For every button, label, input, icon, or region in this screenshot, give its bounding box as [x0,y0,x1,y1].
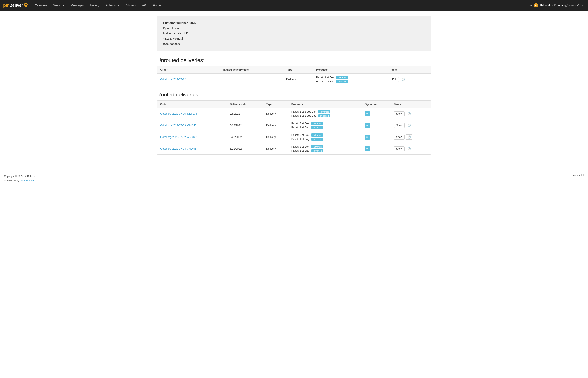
routed-tools-1: Show 🕐 [394,123,428,128]
unrouted-title: Unrouted deliveries: [157,57,431,64]
followup-dropdown-arrow: ▾ [118,4,119,7]
routed-row-1-products: Paket: 3 st Box In transit Paket: 1 st B… [289,120,362,131]
nav-messages[interactable]: Messages [68,2,87,9]
brand-logo[interactable]: pinDeliver [3,3,28,8]
routed-row-0-date: 7/5/2022 [227,108,263,120]
routed-order-link-0[interactable]: Göteborg-2022-07-05 [160,112,186,115]
unrouted-table: Order Planned delivery date Type Product… [157,66,431,85]
signature-pencil-button-1[interactable]: ✏ [365,123,370,128]
footer-developed-text: Developed by [4,179,20,182]
routed-col-delivery-date: Delivery date [227,101,263,108]
nav-followup[interactable]: Followup ▾ [103,2,122,9]
footer-developed: Developed by pinDeliver AB [4,179,35,183]
nav-history[interactable]: History [87,2,102,9]
nav-search[interactable]: Search ▾ [51,2,67,9]
routed-order-suffix-1: : GHI345 [186,124,196,127]
routed-product-0-0-status: In transit [318,110,330,113]
routed-show-button-3[interactable]: Show [394,146,405,151]
unrouted-product-0-1: Paket: 1 st Bag In transit [316,80,384,83]
routed-row-2-tools: Show 🕐 [391,131,431,143]
signature-pencil-button-0[interactable]: ✏ [365,111,370,116]
nav-guide[interactable]: Guide [150,2,164,9]
routed-clock-button-2[interactable]: 🕐 [406,135,412,140]
search-dropdown-arrow: ▾ [63,4,64,7]
unrouted-clock-button-0[interactable]: 🕐 [400,77,407,82]
nav-admin[interactable]: Admin ▾ [123,2,139,9]
routed-row-0-order: Göteborg-2022-07-05: DEF234 [157,108,227,120]
footer-developed-link[interactable]: pinDeliver AB [20,179,35,182]
routed-clock-button-3[interactable]: 🕐 [406,146,412,151]
routed-clock-button-0[interactable]: 🕐 [406,111,412,116]
routed-order-suffix-0: : DEF234 [186,112,197,115]
routed-table-header: Order Delivery date Type Products Signat… [157,101,431,108]
signature-pencil-button-2[interactable]: ✏ [365,135,370,140]
unrouted-table-wrapper: Order Planned delivery date Type Product… [157,66,431,85]
footer-copyright: Copyright © 2022 pinDeliver [4,174,35,179]
customer-number-label: Customer number: [163,21,189,25]
routed-show-button-1[interactable]: Show [394,123,405,128]
routed-row-1-tools: Show 🕐 [391,120,431,131]
routed-product-1-1: Paket: 1 st Bag In transit [291,126,359,129]
routed-order-link-3[interactable]: Göteborg-2022-07-04 [160,147,186,150]
signature-pencil-button-3[interactable]: ✏ [365,146,370,151]
routed-row-2-type: Delivery [263,131,289,143]
routed-order-link-2[interactable]: Göteborg-2022-07-02 [160,135,186,138]
unrouted-col-type: Type [283,66,313,74]
routed-col-products: Products [289,101,362,108]
routed-product-2-0-status: In transit [311,134,323,137]
nav-overview[interactable]: Overview [32,2,50,9]
unrouted-row-0-type: Delivery [283,74,313,85]
routed-product-1-0: Paket: 3 st Box In transit [291,122,359,125]
routed-row-1-date: 6/22/2022 [227,120,263,131]
routed-clock-button-1[interactable]: 🕐 [406,123,412,128]
location-pin-icon [24,3,28,8]
nav-user: Education Company, VeronicaCross [540,4,585,7]
routed-product-1-0-status: In transit [311,122,323,125]
routed-row-2: Göteborg-2022-07-02: ABC123 6/22/2022 De… [157,131,431,143]
routed-product-1-1-status: In transit [311,126,323,129]
nav-links: Overview Search ▾ Messages History Follo… [32,2,530,9]
routed-product-0-1-label: Paket: 1 st 1 pcs Bag [291,114,317,117]
routed-row-2-order: Göteborg-2022-07-02: ABC123 [157,131,227,143]
unrouted-product-0-0: Paket: 3 st Box In transit [316,76,384,79]
main-content: Customer number: 98765 Dylan Jason Måldo… [153,11,435,166]
unrouted-edit-button-0[interactable]: Edit [390,77,399,82]
routed-row-3-tools: Show 🕐 [391,143,431,154]
nav-api[interactable]: API [139,2,150,9]
routed-product-3-1: Paket: 1 st Bag In transit [291,149,359,152]
routed-row-3-type: Delivery [263,143,289,154]
routed-row-2-signature: ✏ [362,131,391,143]
routed-row-2-date: 6/22/2022 [227,131,263,143]
unrouted-product-0-1-label: Paket: 1 st Bag [316,80,334,83]
footer-left: Copyright © 2022 pinDeliver Developed by… [4,174,35,183]
unrouted-row-0-tools: Edit 🕐 [387,74,431,85]
routed-title: Routed deliveries: [157,92,431,98]
routed-tools-0: Show 🕐 [394,111,428,116]
customer-number-value: 98765 [190,21,197,25]
unrouted-order-link-0[interactable]: Göteborg-2022-07-12 [160,78,186,81]
unrouted-tools-0: Edit 🕐 [390,77,428,82]
routed-row-0: Göteborg-2022-07-05: DEF234 7/5/2022 Del… [157,108,431,120]
routed-row-0-signature: ✏ [362,108,391,120]
footer-version: Version 4.1 [572,174,584,177]
routed-table: Order Delivery date Type Products Signat… [157,101,431,154]
routed-product-0-0-label: Paket: 1 st 3 pcs Box [291,110,316,113]
routed-show-button-0[interactable]: Show [394,111,405,116]
routed-tools-2: Show 🕐 [394,135,428,140]
unrouted-row-0-date [219,74,283,85]
unrouted-row-0-products: Paket: 3 st Box In transit Paket: 1 st B… [313,74,387,85]
mail-button[interactable]: ✉ 0 [530,3,538,8]
unrouted-product-0-0-label: Paket: 3 st Box [316,76,334,79]
routed-product-3-1-status: In transit [311,149,323,152]
routed-product-1-1-label: Paket: 1 st Bag [291,126,309,129]
unrouted-table-header: Order Planned delivery date Type Product… [157,66,431,74]
routed-row-0-products: Paket: 1 st 3 pcs Box In transit Paket: … [289,108,362,120]
mail-badge: 0 [534,3,538,7]
routed-row-3-products: Paket: 3 st Box In transit Paket: 1 st B… [289,143,362,154]
unrouted-row-0-order: Göteborg-2022-07-12 [157,74,219,85]
mail-icon: ✉ [530,3,533,8]
routed-row-3-order: Göteborg-2022-07-04: JKL456 [157,143,227,154]
routed-order-link-1[interactable]: Göteborg-2022-07-03 [160,124,186,127]
routed-show-button-2[interactable]: Show [394,135,405,140]
routed-product-2-1-status: In transit [311,137,323,141]
